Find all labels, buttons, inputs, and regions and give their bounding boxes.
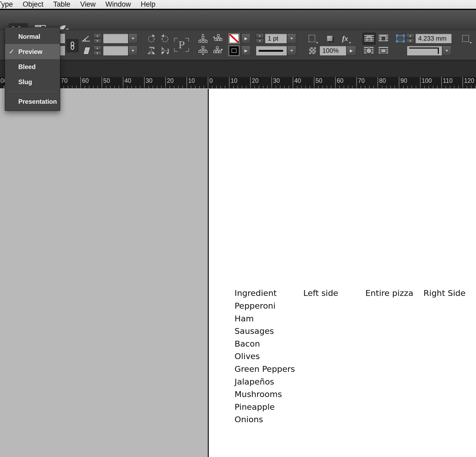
select-content-button[interactable]	[212, 46, 223, 56]
chevron-down-icon	[349, 42, 351, 44]
corner-radius-proxy	[396, 33, 405, 44]
shear-angle-field[interactable]	[103, 46, 128, 56]
fill-flyout-button[interactable]: ▶	[241, 33, 250, 44]
chevron-right-icon: ▶	[244, 36, 248, 41]
menu-table[interactable]: Table	[53, 0, 71, 9]
stroke-weight-field[interactable]: 1 pt	[265, 33, 287, 44]
chain-link-icon	[70, 41, 75, 50]
jump-object-icon	[379, 47, 388, 54]
stroke-flyout-button[interactable]: ▶	[241, 46, 250, 56]
horizontal-ruler[interactable]: 1009080706050403020100102030405060708090…	[0, 77, 476, 89]
flip-vertical-button[interactable]	[160, 46, 170, 56]
ruler-label: 30	[273, 78, 280, 84]
ruler-label: 20	[167, 78, 174, 84]
text-wrap-object-shape-button[interactable]	[362, 46, 375, 56]
stroke-weight-stepper[interactable]: ▲▼	[256, 33, 264, 44]
corner-size-stepper[interactable]: ▲▼	[406, 33, 414, 44]
table-cell-ingredient[interactable]: Pineapple	[235, 400, 275, 413]
text-wrap-none-button[interactable]	[362, 33, 376, 45]
select-next-object-button[interactable]	[198, 46, 208, 56]
table-header-ingredient[interactable]: Ingredient	[235, 287, 277, 299]
rotate-counterclockwise-button[interactable]	[160, 33, 170, 44]
table-header-left-side[interactable]: Left side	[303, 287, 338, 299]
table-cell-ingredient[interactable]: Jalapeños	[235, 375, 274, 388]
corner-shape-field[interactable]	[407, 46, 442, 56]
corner-size-field[interactable]: 4.233 mm	[415, 33, 452, 44]
select-previous-object-button[interactable]	[198, 33, 208, 44]
effects-button[interactable]: fx	[341, 33, 352, 44]
pasteboard[interactable]	[0, 89, 208, 457]
rotate-clockwise-button[interactable]	[146, 33, 156, 44]
view-mode-item-presentation[interactable]: Presentation	[5, 94, 60, 109]
reference-point-proxy[interactable]: P	[174, 38, 189, 52]
table-cell-ingredient[interactable]: Bacon	[235, 337, 260, 350]
divider	[300, 32, 300, 58]
corner-options-button[interactable]	[309, 33, 318, 44]
constrain-proportions-button[interactable]	[66, 39, 79, 52]
page-edge-line	[208, 89, 209, 457]
ruler-label: 90	[400, 78, 407, 84]
fill-swatch-none[interactable]	[228, 33, 240, 44]
document-tab-strip	[0, 61, 476, 77]
table-cell-ingredient[interactable]: Green Peppers	[235, 363, 295, 375]
text-wrap-bounding-box-button[interactable]	[378, 33, 388, 44]
stroke-type-field[interactable]	[256, 46, 287, 56]
menu-help[interactable]: Help	[141, 0, 155, 9]
object-states-button[interactable]	[462, 33, 472, 44]
rotation-angle-stepper[interactable]: ▲▼	[93, 33, 101, 44]
stroke-type-dropdown[interactable]	[287, 46, 296, 56]
app-bar	[0, 10, 476, 29]
menu-separator	[8, 92, 57, 92]
table-cell-ingredient[interactable]: Mushrooms	[235, 388, 282, 400]
view-mode-item-bleed[interactable]: Bleed	[5, 59, 60, 74]
view-mode-item-slug[interactable]: Slug	[5, 74, 60, 89]
stroke-swatch-black[interactable]	[228, 45, 240, 56]
table-cell-ingredient[interactable]: Olives	[235, 350, 260, 363]
ruler-label: 10	[231, 78, 237, 84]
table-cell-ingredient[interactable]: Ham	[235, 312, 254, 325]
divider	[226, 32, 226, 58]
flip-horizontal-button[interactable]	[146, 46, 156, 56]
view-mode-item-preview[interactable]: ✓Preview	[5, 44, 60, 59]
table-cell-ingredient[interactable]: Sausages	[235, 325, 274, 337]
select-container-button[interactable]	[212, 33, 223, 44]
ruler-label: 60	[82, 78, 89, 84]
stroke-weight-dropdown[interactable]	[287, 33, 296, 44]
shear-angle-dropdown[interactable]	[128, 46, 137, 56]
ruler-label: 50	[103, 78, 110, 84]
menu-object[interactable]: Object	[23, 0, 44, 9]
chevron-right-icon: ▶	[244, 48, 248, 53]
view-mode-item-normal[interactable]: Normal	[5, 29, 60, 44]
drop-shadow-button[interactable]	[326, 33, 334, 44]
ruler-label: 10	[188, 78, 195, 84]
application-window: TypeObjectTableViewWindowHelp	[0, 0, 476, 457]
menu-type[interactable]: Type	[0, 0, 13, 9]
corner-shape-dropdown[interactable]	[442, 46, 451, 56]
rotation-angle-dropdown[interactable]	[128, 33, 137, 44]
text-wrap-jump-object-button[interactable]	[378, 46, 388, 56]
table-cell-ingredient[interactable]: Pepperoni	[235, 299, 275, 312]
view-mode-item-label: Bleed	[18, 63, 36, 71]
rotation-angle-field[interactable]	[103, 33, 128, 44]
table-header-entire-pizza[interactable]: Entire pizza	[365, 287, 413, 299]
chevron-down-icon	[445, 50, 448, 52]
ruler-label: 40	[294, 78, 301, 84]
chevron-down-icon	[132, 38, 134, 40]
wrap-around-object-shape-icon	[364, 47, 374, 54]
menu-window[interactable]: Window	[105, 0, 131, 9]
opacity-field[interactable]: 100%	[319, 46, 347, 56]
chevron-down-icon	[290, 38, 293, 40]
menu-view[interactable]: View	[80, 0, 96, 9]
table-cell-ingredient[interactable]: Onions	[235, 413, 263, 426]
view-mode-item-label: Preview	[18, 48, 42, 55]
table-header-right-side[interactable]: Right Side	[423, 287, 466, 299]
ruler-label: 40	[124, 78, 131, 84]
opacity-dropdown[interactable]: ▶	[347, 46, 356, 56]
chevron-right-icon: ▶	[350, 48, 353, 53]
ruler-label: 70	[61, 78, 68, 84]
checkmark-icon: ✓	[5, 48, 18, 56]
divider	[193, 32, 193, 58]
document-canvas[interactable]: IngredientLeft sideEntire pizzaRight Sid…	[0, 89, 476, 457]
menu-bar-items: TypeObjectTableViewWindowHelp	[0, 0, 155, 9]
shear-angle-stepper[interactable]: ▲▼	[93, 46, 101, 56]
